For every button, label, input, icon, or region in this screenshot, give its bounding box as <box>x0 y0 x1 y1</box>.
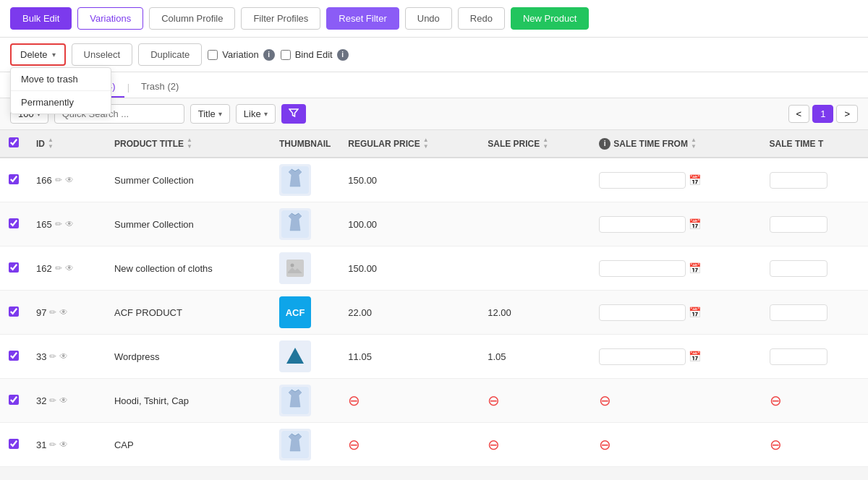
title-filter-select[interactable]: Title ▾ <box>190 104 230 124</box>
sale-time-info-icon[interactable]: i <box>599 138 610 150</box>
row-sale-time-t-cell <box>761 202 868 247</box>
row-checkbox[interactable] <box>9 218 19 228</box>
eye-icon[interactable]: 👁 <box>65 219 74 229</box>
bind-edit-checkbox[interactable] <box>281 50 291 60</box>
row-sale-time-from-cell: ⊖ <box>590 379 760 423</box>
sale-time-from-sort[interactable]: ▲ ▼ <box>691 137 697 150</box>
bind-edit-checkbox-label[interactable]: Bind Edit i <box>281 49 349 61</box>
row-sale-price-cell: ⊖ <box>479 379 590 423</box>
calendar-icon[interactable]: 📅 <box>689 351 701 362</box>
permanently-item[interactable]: Permanently <box>11 91 111 113</box>
sale-time-from-input[interactable] <box>599 216 686 233</box>
edit-icon[interactable]: ✏ <box>49 351 56 361</box>
row-checkbox[interactable] <box>9 439 19 449</box>
filter-profiles-button[interactable]: Filter Profiles <box>241 7 320 30</box>
variation-checkbox-label[interactable]: Variation i <box>208 49 274 61</box>
row-title: ACF PRODUCT <box>114 307 182 318</box>
edit-icon[interactable]: ✏ <box>55 175 62 185</box>
sale-time-t-input[interactable] <box>770 260 827 277</box>
row-checkbox-cell[interactable] <box>0 335 27 379</box>
delete-dropdown[interactable]: Delete ▾ Move to trash Permanently <box>10 43 66 66</box>
row-checkbox[interactable] <box>9 262 19 273</box>
row-title-cell: ACF PRODUCT <box>106 291 271 335</box>
prev-page-button[interactable]: < <box>788 105 810 123</box>
sale-time-from-input[interactable] <box>599 260 686 277</box>
row-checkbox-cell[interactable] <box>0 291 27 335</box>
sale-time-from-input[interactable] <box>599 304 686 321</box>
sale-price-sort[interactable]: ▲ ▼ <box>542 137 548 150</box>
row-regular-price-cell: 150.00 <box>339 158 479 202</box>
next-page-button[interactable]: > <box>836 105 858 123</box>
sale-time-from-input[interactable] <box>599 172 686 189</box>
row-checkbox-cell[interactable] <box>0 379 27 423</box>
regular-price-sort[interactable]: ▲ ▼ <box>423 137 429 150</box>
blocked-icon: ⊖ <box>599 393 611 408</box>
title-sort-arrows[interactable]: ▲ ▼ <box>187 137 192 150</box>
redo-button[interactable]: Redo <box>458 7 505 30</box>
row-checkbox[interactable] <box>9 351 19 361</box>
row-id: 32 <box>36 395 46 406</box>
row-checkbox[interactable] <box>9 174 19 184</box>
calendar-icon[interactable]: 📅 <box>689 174 701 186</box>
id-sort-arrows[interactable]: ▲ ▼ <box>48 137 54 150</box>
blocked-icon: ⊖ <box>599 437 611 453</box>
calendar-icon[interactable]: 📅 <box>689 262 701 274</box>
th-select-all[interactable] <box>0 130 27 158</box>
row-checkbox-cell[interactable] <box>0 202 27 247</box>
sale-time-t-input[interactable] <box>770 304 827 321</box>
edit-icon[interactable]: ✏ <box>49 395 56 406</box>
like-filter-select[interactable]: Like ▾ <box>236 104 276 124</box>
toolbar: Bulk Edit Variations Column Profile Filt… <box>0 0 868 38</box>
select-all-checkbox[interactable] <box>9 137 19 147</box>
duplicate-button[interactable]: Duplicate <box>138 43 202 66</box>
calendar-icon[interactable]: 📅 <box>689 218 701 230</box>
calendar-icon[interactable]: 📅 <box>689 307 701 318</box>
edit-icon[interactable]: ✏ <box>55 219 62 229</box>
row-sale-time-t-cell: ⊖ <box>761 423 868 467</box>
row-checkbox-cell[interactable] <box>0 423 27 467</box>
bind-edit-info-icon[interactable]: i <box>337 49 349 61</box>
eye-icon[interactable]: 👁 <box>59 440 68 450</box>
edit-icon[interactable]: ✏ <box>49 307 56 317</box>
row-sale-price-cell: ⊖ <box>479 423 590 467</box>
column-profile-button[interactable]: Column Profile <box>149 7 235 30</box>
edit-icon[interactable]: ✏ <box>55 263 62 273</box>
row-checkbox[interactable] <box>9 307 19 317</box>
sale-time-t-input[interactable] <box>770 348 827 365</box>
eye-icon[interactable]: 👁 <box>59 351 68 361</box>
reset-filter-button[interactable]: Reset Filter <box>326 7 399 30</box>
variations-button[interactable]: Variations <box>77 7 143 30</box>
row-id-cell: 97 ✏ 👁 <box>27 291 106 335</box>
thumbnail-clothes <box>279 385 311 416</box>
variation-checkbox[interactable] <box>208 50 218 60</box>
variation-info-icon[interactable]: i <box>263 49 275 61</box>
edit-icon[interactable]: ✏ <box>49 440 56 450</box>
row-id-cell: 166 ✏ 👁 <box>27 158 106 202</box>
row-regular-price-cell: 100.00 <box>339 202 479 247</box>
row-id: 31 <box>36 440 46 450</box>
filter-bar: 100 ▾ Title ▾ Like ▾ < 1 > <box>0 98 868 130</box>
row-sale-time-from-cell: ⊖ <box>590 423 760 467</box>
filter-apply-button[interactable] <box>281 104 306 124</box>
eye-icon[interactable]: 👁 <box>59 395 68 406</box>
sale-time-t-input[interactable] <box>770 216 827 233</box>
row-checkbox[interactable] <box>9 395 19 405</box>
eye-icon[interactable]: 👁 <box>65 263 74 273</box>
row-title: Summer Collection <box>114 175 194 186</box>
bulk-edit-button[interactable]: Bulk Edit <box>10 7 72 30</box>
blocked-icon: ⊖ <box>770 393 782 408</box>
tab-trash[interactable]: Trash (2) <box>132 77 187 98</box>
eye-icon[interactable]: 👁 <box>65 175 74 185</box>
delete-dropdown-btn[interactable]: Delete ▾ <box>10 43 66 66</box>
row-checkbox-cell[interactable] <box>0 158 27 202</box>
unselect-button[interactable]: Unselect <box>72 43 133 66</box>
new-product-button[interactable]: New Product <box>511 7 589 30</box>
row-title: Hoodi, Tshirt, Cap <box>114 395 189 406</box>
eye-icon[interactable]: 👁 <box>59 307 68 317</box>
sale-time-t-input[interactable] <box>770 172 827 189</box>
sale-time-from-input[interactable] <box>599 348 686 365</box>
move-to-trash-item[interactable]: Move to trash <box>11 68 111 91</box>
row-sale-price-cell <box>479 158 590 202</box>
undo-button[interactable]: Undo <box>405 7 452 30</box>
row-checkbox-cell[interactable] <box>0 247 27 291</box>
